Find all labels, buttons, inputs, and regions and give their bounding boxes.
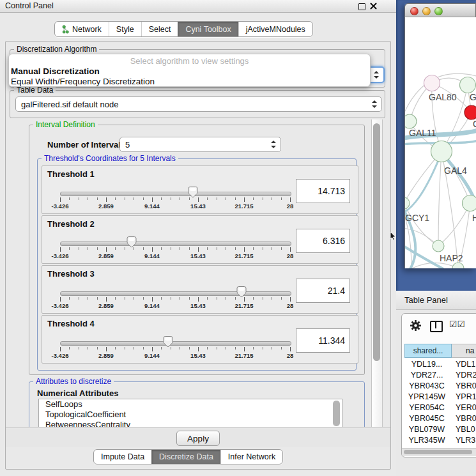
table-hscrollbar[interactable] [402,448,476,456]
cell-name[interactable]: YBR0 [452,414,476,423]
attribute-item[interactable]: BetweennessCentrality [39,420,342,427]
numerical-attributes-list[interactable]: SelfLoopsTopologicalCoefficientBetweenne… [38,399,342,427]
threshold-1-value-field[interactable]: 14.713 [296,179,350,203]
attribute-item[interactable]: TopologicalCoefficient [39,410,342,420]
table-header-row: shared... na [402,344,476,358]
cell-shared-name[interactable]: YBR045C [402,414,452,423]
threshold-3-value-field[interactable]: 21.4 [296,279,350,303]
attribute-item[interactable]: SelfLoops [39,399,342,410]
cell-name[interactable]: YLR3 [452,436,475,445]
algorithm-dropdown-popup: Select algorithm to view settings Manual… [8,54,371,87]
network-icon [62,25,69,34]
threshold-2-value-field[interactable]: 6.316 [296,229,350,253]
cell-shared-name[interactable]: YER054C [402,403,452,412]
cell-name[interactable]: YBR0 [452,381,476,390]
table-row[interactable]: YBL079WYBL0 [402,424,476,434]
column-header-name[interactable]: na [452,344,476,358]
number-of-intervals-label: Number of Intervals [47,140,125,150]
panel-scrollbar-thumb[interactable] [373,123,380,361]
table-row[interactable]: YBR045CYBR0 [402,413,476,424]
cell-shared-name[interactable]: YLR345W [402,436,452,445]
column-header-shared[interactable]: shared... [404,344,452,358]
slider-scale-labels: -3.426 2.859 9.144 15.43 21.715 28 [60,302,290,310]
panel-scrollbar[interactable] [371,119,383,427]
cell-name[interactable]: YER0 [452,403,476,412]
tab-cyni-toolbox[interactable]: Cyni Toolbox [178,22,238,36]
tab-impute-data[interactable]: Impute Data [94,450,151,464]
columns-icon[interactable] [430,321,443,332]
threshold-3-slider-track[interactable] [60,291,291,296]
dropdown-item-equal-width-frequency[interactable]: Equal Width/Frequency Discretization [9,77,370,87]
window-zoom-button[interactable] [434,7,443,15]
node-green[interactable] [460,77,476,93]
network-window-titlebar[interactable] [404,3,476,17]
node-h[interactable] [463,196,476,211]
node-hap2[interactable] [433,240,444,252]
tab-network[interactable]: Network [55,22,109,36]
apply-button[interactable]: Apply [176,431,220,446]
tab-jactivemnodules[interactable]: jActiveMNodules [238,22,312,36]
cell-shared-name[interactable]: YPR145W [402,392,452,401]
table-panel-header: Table Panel [396,291,476,310]
cell-shared-name[interactable]: YDL19... [402,360,452,369]
cell-name[interactable]: YDL1 [452,360,475,369]
node-gal4[interactable] [431,141,452,162]
tab-infer-network[interactable]: Infer Network [220,450,282,464]
float-window-icon[interactable] [358,3,365,10]
dropdown-item-manual-discretization[interactable]: Manual Discretization [9,66,370,77]
node-label: HAP2 [440,253,463,263]
table-hscrollbar-thumb[interactable] [404,450,472,454]
table-row[interactable]: YPR145WYPR1 [402,391,476,402]
cell-name[interactable]: YDR2 [452,371,476,380]
node-pink[interactable] [424,75,440,91]
node-gal11[interactable] [405,114,417,128]
threshold-1-slider-track[interactable] [60,192,291,196]
window-close-button[interactable] [410,7,418,15]
interval-definition-title: Interval Definition [33,120,98,129]
threshold-4-value-field[interactable]: 11.344 [296,328,350,353]
tab-style[interactable]: Style [109,22,141,36]
slider-scale-labels: -3.426 2.859 9.144 15.43 21.715 28 [60,252,290,260]
table-data-combobox[interactable]: galFiltered.sif default node [15,96,382,112]
table-row[interactable]: YLR345WYLR3 [402,434,476,445]
window-minimize-button[interactable] [422,7,431,15]
close-icon[interactable] [370,3,377,10]
apply-strip: Apply [6,427,390,447]
tab-select[interactable]: Select [141,22,178,36]
gear-icon[interactable] [410,319,422,332]
threshold-4-box: Threshold 4 -3.426 2.859 9.144 15.43 21.… [42,315,358,364]
control-panel-title: Control Panel [5,1,54,10]
table-data-group: Table Data galFiltered.sif default node [10,90,385,118]
node-partial[interactable] [452,263,464,268]
node-red[interactable] [464,105,476,119]
control-panel-titlebar: Control Panel [0,0,396,13]
threshold-4-slider-handle[interactable] [162,335,174,348]
cell-shared-name[interactable]: YBR043C [402,381,452,390]
cyni-toolbox-panel: Discretization Algorithm Table Data galF… [5,41,391,470]
threshold-3-slider-handle[interactable] [236,286,247,298]
number-of-intervals-combobox[interactable]: 5 [119,137,281,152]
table-data-group-title: Table Data [14,86,56,95]
threshold-1-slider-handle[interactable] [187,186,199,199]
number-of-intervals-value: 5 [125,140,130,150]
table-row[interactable]: YDL19...YDL1 [402,358,476,369]
cell-name[interactable]: YPR1 [452,392,476,401]
cell-shared-name[interactable]: YBL079W [402,425,452,434]
table-data-combobox-value: galFiltered.sif default node [21,100,118,109]
slider-ticks [60,247,290,252]
node-gcy1[interactable] [405,197,410,209]
threshold-4-slider-track[interactable] [60,341,291,346]
threshold-2-slider-handle[interactable] [126,236,137,249]
list-scrollbar-thumb[interactable] [333,401,340,426]
node-label: GCY1 [405,213,429,223]
network-canvas[interactable]: GAL80 GA GAL11 C GAL4 GCY1 H HAP2 [404,17,476,268]
tab-discretize-data[interactable]: Discretize Data [151,450,220,464]
network-graph: GAL80 GA GAL11 C GAL4 GCY1 H HAP2 [405,17,476,268]
table-row[interactable]: YER054CYER0 [402,402,476,413]
table-row[interactable]: YDR27...YDR2 [402,369,476,380]
table-row[interactable]: YBR043CYBR0 [402,380,476,391]
cell-shared-name[interactable]: YDR27... [402,371,452,380]
cell-name[interactable]: YBL0 [452,425,475,434]
select-columns-checkboxes-icon[interactable]: ☑☑ [449,319,465,329]
threshold-2-slider-track[interactable] [60,242,291,246]
